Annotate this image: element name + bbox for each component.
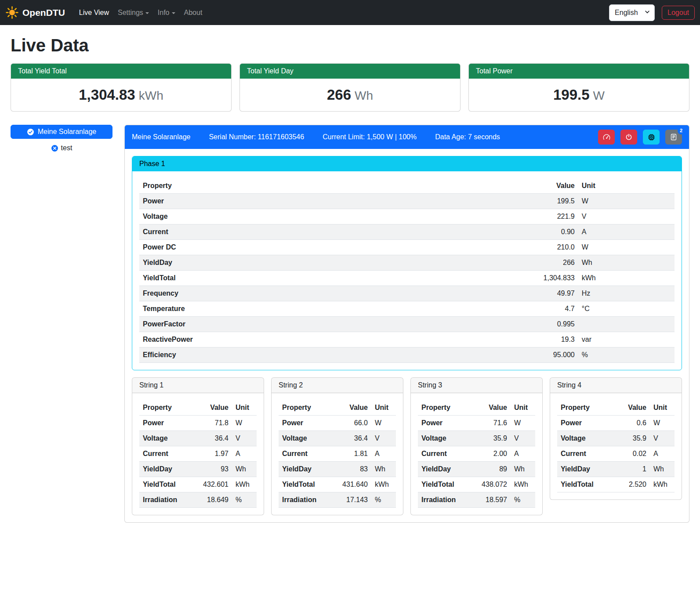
inverter-name-label: test [61,144,73,152]
table-row: Frequency49.97Hz [139,286,675,301]
column-header-value: Value [193,400,232,416]
nav-item-live-view[interactable]: Live View [75,5,113,20]
nav-item-settings[interactable]: Settings [113,5,153,20]
unit-cell: V [578,209,675,224]
inverter-select-button-active[interactable]: Meine Solaranlage [11,125,112,139]
property-cell: YieldDay [139,462,193,477]
value-cell: 83 [333,462,371,477]
logout-button[interactable]: Logout [662,6,695,20]
x-circle-icon [51,145,58,152]
property-cell: Power [279,416,333,431]
property-cell: YieldTotal [139,477,193,492]
chevron-down-icon [172,12,175,14]
property-cell: YieldTotal [418,477,472,492]
table-row: Power DC210.0W [139,240,675,255]
card-title: Total Yield Day [240,64,460,79]
unit-cell: % [578,347,675,363]
journal-icon [670,134,677,141]
brand-label: OpenDTU [22,7,65,18]
value-cell: 71.8 [193,416,232,431]
unit-cell: A [578,224,675,240]
unit-cell: W [578,194,675,209]
value-cell: 210.0 [482,240,578,255]
column-header-value: Value [611,400,650,416]
phase-card: Phase 1 Property Value Unit [132,156,682,370]
value-cell: 4.7 [482,301,578,317]
nav-item-info[interactable]: Info [153,5,180,20]
table-row: Power66.0W [279,416,396,431]
unit-cell: Wh [650,462,675,477]
inverter-name: Meine Solaranlage [132,133,190,141]
value-cell: 1.81 [333,446,371,462]
table-row: ReactivePower19.3var [139,332,675,347]
power-button[interactable] [620,130,637,145]
total-yield-total-card: Total Yield Total 1,304.83kWh [11,63,232,112]
column-header-unit: Unit [511,400,535,416]
property-cell: Power [139,194,482,209]
property-cell: Irradiation [418,492,472,508]
property-cell: Power [139,416,193,431]
table-row: Current1.97A [139,446,257,462]
table-row: Power0.6W [557,416,675,431]
value-cell: 0.6 [611,416,650,431]
table-row: Irradiation18.649% [139,492,257,508]
property-cell: Power DC [139,240,482,255]
string-title: String 3 [411,378,542,393]
value-cell: 71.6 [472,416,511,431]
table-row: Power71.6W [418,416,535,431]
unit-cell: A [371,446,396,462]
sun-icon [5,6,19,19]
table-row: YieldTotal1,304.833kWh [139,271,675,286]
property-cell: Voltage [139,209,482,224]
unit-cell: °C [578,301,675,317]
page-content: Live Data Total Yield Total 1,304.83kWh … [0,25,700,533]
unit-cell: A [232,446,257,462]
brand[interactable]: OpenDTU [5,6,65,19]
value-cell: 66.0 [333,416,371,431]
value-cell: 1,304.833 [482,271,578,286]
column-header-property: Property [139,400,193,416]
phase-title: Phase 1 [132,156,682,171]
column-header-value: Value [472,400,511,416]
chevron-down-icon [145,12,149,14]
nav-label: Settings [118,9,143,17]
phase-body: Property Value Unit Power199.5W Voltage2… [132,171,682,370]
table-row: YieldDay93Wh [139,462,257,477]
language-select[interactable]: English [609,4,655,21]
string-1-card: String 1 Property Value Unit [132,377,264,515]
table-row: Voltage35.9V [557,431,675,446]
value-cell: 2.520 [611,477,650,492]
value-cell: 0.02 [611,446,650,462]
event-log-button[interactable]: 2 [665,130,682,145]
card-unit: kWh [139,89,163,102]
inverter-select-button-test[interactable]: test [11,144,112,152]
value-cell: 95.000 [482,347,578,363]
property-cell: Voltage [557,431,611,446]
string-title: String 4 [550,378,682,393]
card-unit: Wh [355,89,373,102]
string-4-table: Property Value Unit Power0.6W Voltage35.… [557,400,675,492]
device-info-button[interactable] [643,130,660,145]
column-header-property: Property [139,178,482,194]
inverter-actions: 2 [598,130,682,145]
column-header-unit: Unit [371,400,396,416]
property-cell: YieldTotal [279,477,333,492]
property-cell: Voltage [139,431,193,446]
limit-settings-button[interactable] [598,130,615,145]
value-cell: 431.640 [333,477,371,492]
inverter-body: Phase 1 Property Value Unit [125,149,689,522]
table-row: Power71.8W [139,416,257,431]
inverter-sidebar: Meine Solaranlage test [11,125,112,152]
string-title: String 2 [272,378,403,393]
unit-cell [578,317,675,332]
column-header-unit: Unit [232,400,257,416]
card-value: 266 [327,87,351,103]
unit-cell: % [511,492,535,508]
table-row: YieldDay266Wh [139,255,675,271]
table-header-row: Property Value Unit [557,400,675,416]
nav-item-about[interactable]: About [180,5,207,20]
unit-cell: W [371,416,396,431]
navbar-right: English Logout [609,4,695,21]
unit-cell: A [511,446,535,462]
property-cell: Current [139,224,482,240]
